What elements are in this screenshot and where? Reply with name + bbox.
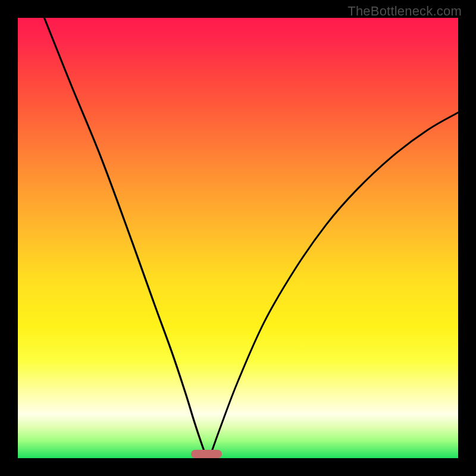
- plot-area: [18, 18, 458, 458]
- curve-right: [209, 112, 458, 458]
- curve-left: [44, 18, 207, 458]
- curve-layer: [18, 18, 458, 458]
- chart-frame: TheBottleneck.com: [0, 0, 476, 476]
- min-marker-pill: [191, 450, 223, 458]
- watermark-text: TheBottleneck.com: [347, 4, 462, 19]
